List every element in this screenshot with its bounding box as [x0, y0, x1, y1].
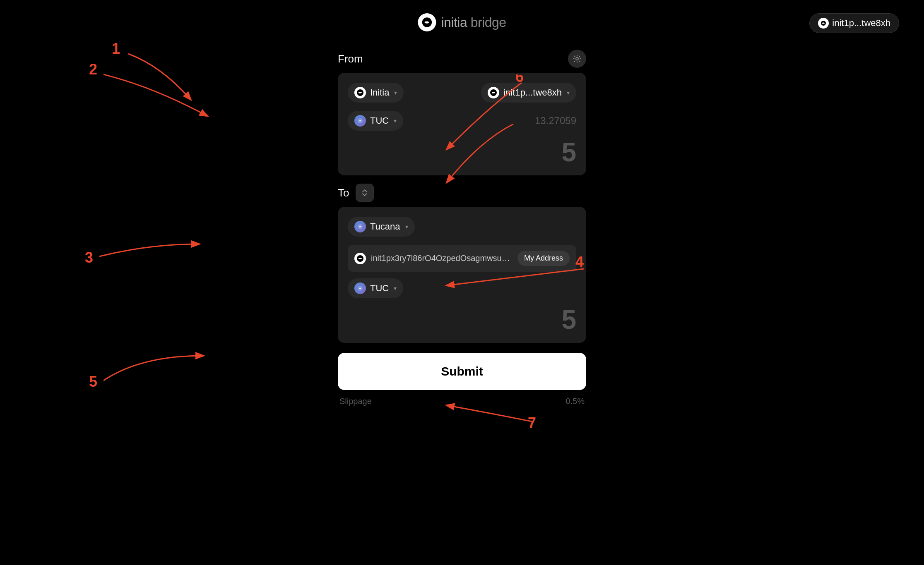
header: initia bridge init1p...twe8xh — [0, 0, 924, 26]
from-section-header: From — [338, 50, 586, 68]
annotation-arrow-3: 3 — [83, 223, 207, 273]
svg-point-12 — [359, 258, 360, 259]
annotation-arrow-1: 1 — [103, 41, 207, 116]
to-token-row: TUC ▾ — [348, 278, 576, 298]
to-chain-name: Tucana — [370, 221, 400, 232]
to-section-header: To — [338, 184, 586, 202]
initia-chain-icon — [354, 87, 366, 98]
svg-point-4 — [576, 57, 578, 60]
from-amount: 5 — [348, 139, 576, 165]
to-label: To — [338, 187, 349, 199]
to-address-icon — [354, 253, 366, 264]
submit-button[interactable]: Submit — [338, 353, 586, 390]
slippage-row: Slippage 0.5% — [338, 397, 586, 406]
slippage-label: Slippage — [339, 397, 372, 406]
to-chain-row: Tucana ▾ — [348, 217, 576, 237]
svg-text:1: 1 — [112, 41, 120, 57]
to-token-selector[interactable]: TUC ▾ — [348, 278, 403, 298]
wallet-button[interactable]: init1p...twe8xh — [809, 13, 899, 33]
from-address-icon — [488, 87, 499, 98]
to-chain-icon — [354, 221, 366, 232]
to-token-symbol: TUC — [370, 283, 389, 294]
logo-icon — [418, 13, 436, 31]
logo-brand: initia — [441, 15, 467, 30]
logo-text: initia bridge — [441, 15, 506, 30]
to-section: To Tucana ▾ — [338, 184, 586, 343]
to-address-text: init1px3ry7l86rO4OzpedOsagmwsunddr5 — [371, 254, 513, 263]
logo-product: bridge — [467, 15, 506, 30]
from-chain-name: Initia — [370, 87, 389, 98]
main-content: From Initia ▾ — [338, 50, 586, 406]
from-token-row: TUC ▾ 13.27059 — [348, 111, 576, 131]
to-chain-selector[interactable]: Tucana ▾ — [348, 217, 415, 237]
slippage-value: 0.5% — [565, 397, 585, 406]
from-token-icon — [354, 115, 366, 127]
from-address-display: init1p...twe8xh — [503, 87, 562, 98]
to-amount: 5 — [348, 306, 576, 333]
svg-text:7: 7 — [528, 414, 536, 430]
to-card: Tucana ▾ init1px3ry7l86rO4OzpedOsagmwsun… — [338, 207, 586, 343]
from-label: From — [338, 53, 363, 65]
settings-button[interactable] — [568, 50, 586, 68]
from-token-symbol: TUC — [370, 115, 389, 126]
svg-point-3 — [822, 23, 823, 24]
to-address-row: init1px3ry7l86rO4OzpedOsagmwsunddr5 My A… — [348, 245, 576, 272]
from-token-selector[interactable]: TUC ▾ — [348, 111, 403, 131]
from-token-chevron: ▾ — [394, 117, 397, 124]
from-address-chevron: ▾ — [567, 89, 570, 96]
wallet-icon — [818, 18, 829, 29]
to-token-chevron: ▾ — [394, 285, 397, 292]
from-chain-row: Initia ▾ init1p...twe8xh ▾ — [348, 83, 576, 103]
wallet-address-display: init1p...twe8xh — [832, 18, 890, 29]
annotation-arrow-2: 2 — [87, 62, 219, 128]
logo: initia bridge — [418, 13, 506, 31]
swap-button[interactable] — [356, 184, 374, 202]
svg-text:5: 5 — [89, 373, 97, 389]
annotation-arrow-5-bottom: 5 — [87, 323, 211, 389]
svg-point-6 — [359, 92, 360, 93]
svg-text:3: 3 — [85, 249, 93, 266]
from-chain-chevron: ▾ — [394, 89, 397, 96]
my-address-button[interactable]: My Address — [517, 251, 570, 266]
svg-point-1 — [425, 22, 427, 24]
from-address-selector[interactable]: init1p...twe8xh ▾ — [481, 83, 576, 103]
from-balance: 13.27059 — [535, 115, 576, 127]
to-token-icon — [354, 282, 366, 294]
svg-text:2: 2 — [89, 62, 97, 78]
from-chain-selector[interactable]: Initia ▾ — [348, 83, 404, 103]
from-card: Initia ▾ init1p...twe8xh ▾ — [338, 73, 586, 175]
svg-point-8 — [492, 92, 493, 93]
to-chain-chevron: ▾ — [405, 223, 408, 230]
